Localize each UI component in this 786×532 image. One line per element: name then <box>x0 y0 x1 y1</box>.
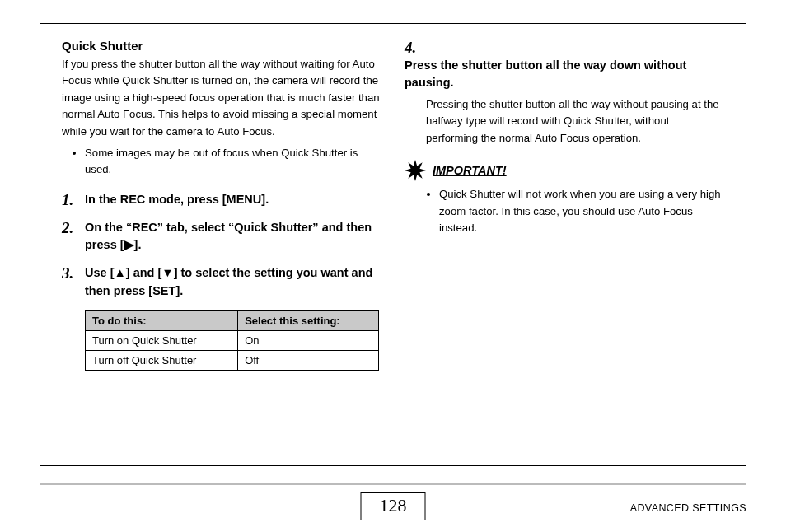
table-cell-action: Turn off Quick Shutter <box>86 350 238 370</box>
table-row: Turn on Quick Shutter On <box>86 330 379 350</box>
section-title: Quick Shutter <box>62 39 381 53</box>
footer-section-label: ADVANCED SETTINGS <box>630 502 746 514</box>
table-row: Turn off Quick Shutter Off <box>86 350 379 370</box>
table-cell-action: Turn on Quick Shutter <box>86 330 238 350</box>
step-4: 4. Press the shutter button all the way … <box>405 39 724 91</box>
important-bullet: Quick Shutter will not work when you are… <box>439 186 724 236</box>
table-cell-setting: On <box>238 330 379 350</box>
notes-list: Some images may be out of focus when Qui… <box>62 145 381 178</box>
page-number: 128 <box>361 492 426 520</box>
right-column: 4. Press the shutter button all the way … <box>405 39 724 450</box>
manual-page: Quick Shutter If you press the shutter b… <box>0 0 786 532</box>
table-header-row: To do this: Select this setting: <box>86 310 379 330</box>
important-label: IMPORTANT! <box>433 164 507 177</box>
left-column: Quick Shutter If you press the shutter b… <box>62 39 381 450</box>
steps-list: In the REC mode, press [MENU]. On the “R… <box>62 191 381 301</box>
important-list: Quick Shutter will not work when you are… <box>405 186 724 236</box>
step-4-text: Press the shutter button all the way dow… <box>405 57 699 91</box>
table-header-setting: Select this setting: <box>238 310 379 330</box>
step-3: Use [▲] and [▼] to select the setting yo… <box>62 264 381 301</box>
table-cell-setting: Off <box>238 350 379 370</box>
svg-marker-0 <box>405 160 426 181</box>
footer-rule <box>40 483 746 485</box>
content-frame: Quick Shutter If you press the shutter b… <box>40 23 746 466</box>
step-2: On the “REC” tab, select “Quick Shutter”… <box>62 219 381 255</box>
settings-table: To do this: Select this setting: Turn on… <box>85 310 379 371</box>
intro-text: If you press the shutter button all the … <box>62 56 381 140</box>
step-1: In the REC mode, press [MENU]. <box>62 191 381 209</box>
page-footer: 128 ADVANCED SETTINGS <box>40 483 746 520</box>
important-heading: IMPORTANT! <box>405 160 724 181</box>
starburst-icon <box>405 160 426 181</box>
step-4-number: 4. <box>405 39 426 57</box>
table-header-action: To do this: <box>86 310 238 330</box>
step-4-description: Pressing the shutter button all the way … <box>426 96 724 147</box>
note-bullet: Some images may be out of focus when Qui… <box>85 145 381 178</box>
